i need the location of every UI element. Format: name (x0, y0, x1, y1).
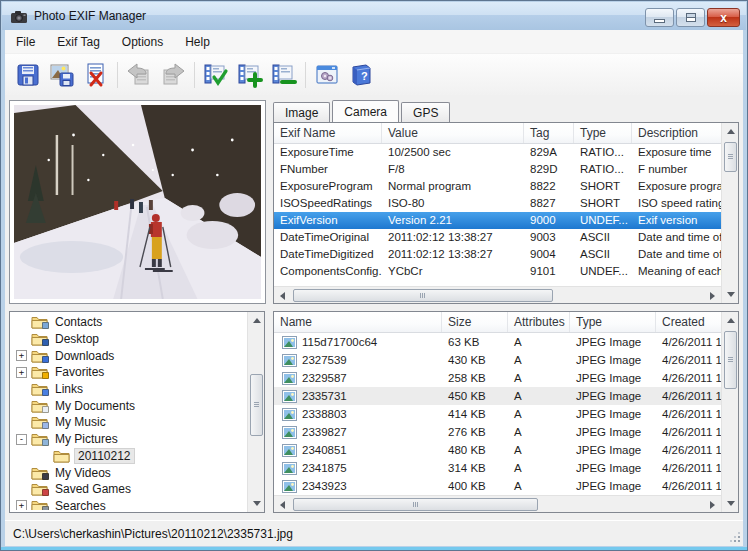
help-book-icon: ? (348, 62, 374, 88)
column-header-tag[interactable]: Tag (524, 123, 574, 143)
exif-hscroll-thumb[interactable] (293, 289, 553, 302)
tree-item[interactable]: Contacts (10, 314, 247, 331)
add-tag-button[interactable] (233, 59, 267, 91)
folder-icon (31, 315, 48, 329)
file-size-cell: 400 KB (442, 477, 508, 495)
redo-button[interactable] (156, 59, 190, 91)
minimize-button[interactable] (645, 8, 674, 27)
exif-table-row[interactable]: ExposureProgram Normal program 8822 SHOR… (274, 178, 721, 195)
file-list-row[interactable]: 115d71700c64 63 KB A JPEG Image 4/26/201… (274, 333, 721, 351)
exif-vertical-scrollbar[interactable] (721, 123, 738, 303)
file-vertical-scrollbar[interactable] (721, 312, 738, 512)
scroll-right-icon[interactable] (704, 287, 721, 304)
scroll-up-icon[interactable] (722, 312, 739, 329)
help-button[interactable]: ? (344, 59, 378, 91)
save-image-button[interactable] (45, 59, 79, 91)
remove-tag-icon (270, 62, 298, 88)
file-list-row[interactable]: 2343923 400 KB A JPEG Image 4/26/2011 12… (274, 477, 721, 495)
file-list-row[interactable]: 2338803 414 KB A JPEG Image 4/26/2011 12… (274, 405, 721, 423)
scroll-left-icon[interactable] (274, 496, 291, 513)
scroll-down-icon[interactable] (248, 495, 265, 512)
menu-exif-tag[interactable]: Exif Tag (46, 31, 110, 53)
tree-expander-icon[interactable]: + (16, 350, 27, 361)
folder-tree: Contacts Desktop + (10, 314, 247, 510)
tree-expander-icon[interactable]: - (16, 434, 27, 445)
column-header-size[interactable]: Size (442, 312, 508, 332)
exif-table-row[interactable]: ExposureTime 10/2500 sec 829A RATIO... E… (274, 144, 721, 161)
exif-table-row[interactable]: ISOSpeedRatings ISO-80 8827 SHORT ISO sp… (274, 195, 721, 212)
tree-item[interactable]: + Downloads (10, 347, 247, 364)
save-button[interactable] (11, 59, 45, 91)
exif-description-cell: Exposure time (632, 144, 721, 161)
scroll-down-icon[interactable] (722, 495, 739, 512)
tab-gps[interactable]: GPS (401, 102, 450, 122)
file-created-cell: 4/26/2011 12: (656, 351, 721, 369)
exif-table-row[interactable]: ExifVersion Version 2.21 9000 UNDEF... E… (274, 212, 721, 229)
tree-item[interactable]: My Documents (10, 397, 247, 414)
maximize-button[interactable] (676, 8, 705, 27)
menu-options[interactable]: Options (111, 31, 174, 53)
add-tag-icon (236, 62, 264, 88)
resize-grip-icon[interactable] (738, 540, 740, 542)
folder-accent-badge (42, 489, 49, 496)
title-bar[interactable]: Photo EXIF Manager x (2, 2, 746, 30)
tree-item[interactable]: Links (10, 381, 247, 398)
exif-name-cell: ComponentsConfig... (274, 263, 382, 280)
tree-item[interactable]: + Searches (10, 498, 247, 510)
file-vscroll-thumb[interactable] (724, 331, 737, 389)
scroll-up-icon[interactable] (248, 312, 265, 329)
file-list-row[interactable]: 2327539 430 KB A JPEG Image 4/26/2011 12… (274, 351, 721, 369)
undo-button[interactable] (122, 59, 156, 91)
remove-tag-button[interactable] (267, 59, 301, 91)
scroll-left-icon[interactable] (274, 287, 291, 304)
folder-icon (31, 415, 48, 429)
tree-vscroll-thumb[interactable] (250, 374, 263, 436)
file-list-row[interactable]: 2329587 258 KB A JPEG Image 4/26/2011 12… (274, 369, 721, 387)
file-list-row[interactable]: 2341875 314 KB A JPEG Image 4/26/2011 12… (274, 459, 721, 477)
menu-file[interactable]: File (5, 31, 46, 53)
scroll-right-icon[interactable] (704, 496, 721, 513)
verify-tags-button[interactable] (199, 59, 233, 91)
column-header-value[interactable]: Value (382, 123, 524, 143)
exif-table-row[interactable]: DateTimeOriginal 2011:02:12 13:38:27 900… (274, 229, 721, 246)
options-window-button[interactable] (310, 59, 344, 91)
exif-table-row[interactable]: ComponentsConfig... YCbCr 9101 UNDEF... … (274, 263, 721, 280)
tree-item[interactable]: - My Pictures (10, 431, 247, 448)
file-hscroll-thumb[interactable] (293, 498, 538, 511)
column-header-attributes[interactable]: Attributes (508, 312, 570, 332)
tab-image[interactable]: Image (273, 102, 330, 122)
column-header-name[interactable]: Name (274, 312, 442, 332)
tree-item[interactable]: + Favorites (10, 364, 247, 381)
exif-table-row[interactable]: FNumber F/8 829D RATIO... F number (274, 161, 721, 178)
file-list-row[interactable]: 2340851 480 KB A JPEG Image 4/26/2011 12… (274, 441, 721, 459)
exif-table-row[interactable]: DateTimeDigitized 2011:02:12 13:38:27 90… (274, 246, 721, 263)
delete-list-button[interactable] (79, 59, 113, 91)
close-button[interactable]: x (707, 8, 740, 27)
folder-accent-badge (42, 406, 49, 413)
tree-expander-icon[interactable]: + (16, 367, 27, 378)
toolbar-separator (194, 62, 195, 88)
scroll-down-icon[interactable] (722, 286, 739, 303)
tree-expander-icon[interactable]: + (16, 500, 27, 510)
tree-item[interactable]: My Music (10, 414, 247, 431)
exif-name-cell: DateTimeOriginal (274, 229, 382, 246)
tab-camera[interactable]: Camera (332, 100, 399, 122)
tree-item[interactable]: Desktop (10, 331, 247, 348)
tree-item[interactable]: 20110212 (10, 448, 247, 465)
file-list-row[interactable]: 2339827 276 KB A JPEG Image 4/26/2011 12… (274, 423, 721, 441)
scroll-up-icon[interactable] (722, 123, 739, 140)
tree-vertical-scrollbar[interactable] (247, 312, 264, 512)
menu-help[interactable]: Help (174, 31, 221, 53)
exif-table-header: Exif Name Value Tag Type Description (274, 123, 738, 144)
exif-type-cell: ASCII (574, 229, 632, 246)
file-list-row[interactable]: 2335731 450 KB A JPEG Image 4/26/2011 12… (274, 387, 721, 405)
column-header-type[interactable]: Type (570, 312, 656, 332)
file-horizontal-scrollbar[interactable] (274, 495, 721, 512)
column-header-exif-name[interactable]: Exif Name (274, 123, 382, 143)
column-header-type[interactable]: Type (574, 123, 632, 143)
tree-item[interactable]: Saved Games (10, 481, 247, 498)
tree-item[interactable]: My Videos (10, 464, 247, 481)
folder-icon (31, 466, 48, 480)
exif-vscroll-thumb[interactable] (724, 142, 737, 172)
exif-horizontal-scrollbar[interactable] (274, 286, 721, 303)
